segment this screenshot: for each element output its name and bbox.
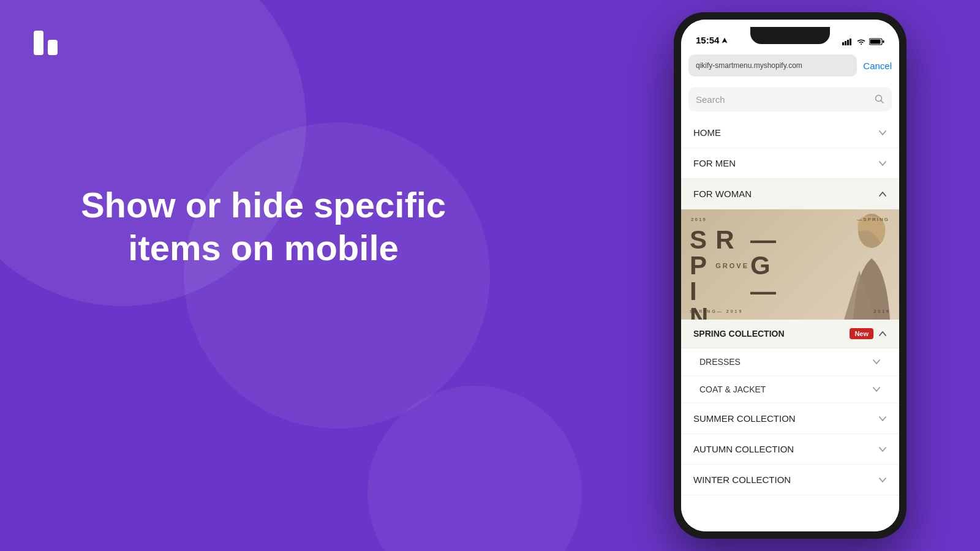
menu-item-for-woman[interactable]: FOR WOMAN	[681, 179, 899, 209]
status-time: 15:54	[696, 35, 728, 45]
chevron-down-icon	[872, 358, 881, 366]
chevron-down-icon	[878, 414, 887, 423]
phone-frame: 15:54	[674, 12, 907, 539]
svg-rect-8	[870, 40, 881, 44]
battery-icon	[869, 38, 884, 45]
svg-rect-6	[850, 39, 851, 45]
search-bar[interactable]: Search	[688, 87, 892, 111]
banner-season-label: —SPRING	[857, 217, 889, 222]
menu-content: Search HOME FOR MEN	[681, 81, 899, 531]
svg-line-11	[881, 101, 884, 103]
status-icons	[842, 38, 884, 45]
phone-notch	[750, 27, 830, 44]
chevron-down-icon	[878, 476, 887, 484]
chevron-up-icon	[878, 190, 887, 198]
phone-screen: 15:54	[681, 20, 899, 531]
menu-item-summer-collection[interactable]: SUMMER COLLECTION	[681, 403, 899, 434]
spring-big-text: S R — P GROVE G I —	[690, 228, 775, 320]
chevron-down-icon	[872, 385, 881, 394]
svg-rect-0	[34, 31, 43, 55]
logo	[31, 24, 61, 61]
chevron-down-icon	[878, 159, 887, 168]
location-icon	[722, 37, 728, 43]
svg-rect-5	[847, 40, 849, 45]
banner-bottom-label: SPRING— 2019	[690, 309, 743, 313]
menu-item-autumn-collection[interactable]: AUTUMN COLLECTION	[681, 434, 899, 465]
headline: Show or hide specific items on mobile	[74, 184, 453, 269]
chevron-down-icon	[878, 129, 887, 137]
logo-icon	[31, 24, 61, 61]
signal-icon	[842, 38, 853, 45]
chevron-up-icon	[878, 329, 887, 338]
banner-year-label: 2019	[691, 217, 707, 222]
menu-item-home[interactable]: HOME	[681, 118, 899, 148]
banner-year-right: 2019	[873, 309, 891, 313]
svg-rect-9	[883, 40, 884, 43]
menu-item-for-men[interactable]: FOR MEN	[681, 148, 899, 179]
banner-text-overlay: 2019 —SPRING S R — P GROVE G	[681, 209, 899, 320]
menu-item-winter-collection[interactable]: WINTER COLLECTION	[681, 465, 899, 495]
svg-marker-2	[722, 38, 727, 43]
url-input[interactable]: qikify-smartmenu.myshopify.com	[688, 54, 857, 77]
phone-mockup: 15:54	[674, 12, 907, 539]
chevron-down-icon	[878, 445, 887, 454]
wifi-icon	[856, 38, 866, 45]
spring-collection-label: SPRING COLLECTION	[693, 329, 785, 339]
menu-item-coat-jacket[interactable]: COAT & JACKET	[681, 376, 899, 403]
cancel-button[interactable]: Cancel	[863, 61, 892, 71]
new-badge: New	[850, 328, 873, 339]
menu-item-dresses[interactable]: DRESSES	[681, 348, 899, 376]
banner-image: 2019 —SPRING S R — P GROVE G	[681, 209, 899, 320]
svg-rect-1	[48, 40, 58, 55]
address-bar[interactable]: qikify-smartmenu.myshopify.com Cancel	[681, 50, 899, 81]
menu-item-spring-collection[interactable]: SPRING COLLECTION New	[681, 320, 899, 348]
svg-rect-4	[845, 41, 846, 45]
search-input[interactable]: Search	[696, 94, 870, 105]
banner-bg: 2019 —SPRING S R — P GROVE G	[681, 209, 899, 320]
svg-rect-3	[842, 42, 844, 45]
bg-decoration-2	[184, 122, 490, 429]
search-icon	[875, 94, 884, 104]
